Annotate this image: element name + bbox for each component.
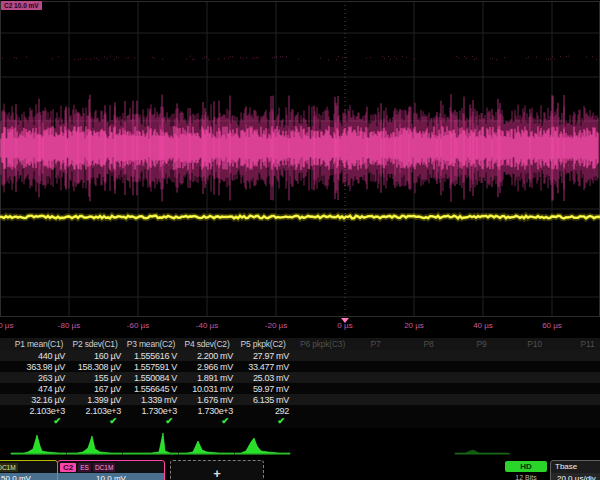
oscilloscope-screen: C2 10.0 mV -100 µs-80 µs-60 µs-40 µs-20 … bbox=[0, 0, 600, 480]
measurement-max: 59.97 mV bbox=[235, 384, 289, 394]
measurement-status-ok-icon: ✔ bbox=[123, 416, 173, 426]
time-axis-label: 60 µs bbox=[542, 321, 562, 330]
measurement-value: 440 µV bbox=[11, 351, 65, 361]
measurement-header-disabled[interactable]: P6 pkpk(C3) bbox=[296, 339, 349, 349]
measurement-mean: 363.98 µV bbox=[11, 362, 65, 372]
measurement-num: 1.730e+3 bbox=[179, 406, 233, 416]
measurement-sdev: 1.676 mV bbox=[179, 395, 233, 405]
measurement-num: 292 bbox=[235, 406, 289, 416]
timebase-descriptor[interactable]: Tbase 20.0 µs/div bbox=[550, 460, 600, 480]
c2-coupling: DC1M bbox=[93, 463, 115, 472]
measurement-value: 160 µV bbox=[67, 351, 121, 361]
status-bar: C1 DC1M 50.0 mV C2 ES DC1M 10.0 mV + HD … bbox=[0, 459, 600, 480]
time-axis-label: -20 µs bbox=[265, 321, 287, 330]
waveform-grid[interactable]: C2 10.0 mV bbox=[0, 0, 600, 318]
measurement-min: 25.03 mV bbox=[235, 373, 289, 383]
histicon-strip bbox=[0, 428, 600, 458]
time-axis-label: -40 µs bbox=[196, 321, 218, 330]
measurement-sdev: 1.339 mV bbox=[123, 395, 177, 405]
hd-badge: HD bbox=[505, 461, 547, 472]
table-row: ✔✔✔✔✔ bbox=[0, 416, 600, 428]
measurement-sdev: 32.16 µV bbox=[11, 395, 65, 405]
time-axis-label: -80 µs bbox=[58, 321, 80, 330]
waveform-plot bbox=[0, 0, 600, 318]
measurement-header-disabled[interactable]: P7 bbox=[349, 339, 402, 349]
measurement-mean: 158.308 µV bbox=[67, 362, 121, 372]
measurement-header[interactable]: P3 mean(C2) bbox=[123, 339, 179, 349]
c2-scale: 10.0 mV bbox=[58, 473, 164, 480]
tbase-scale: 20.0 µs/div bbox=[551, 473, 600, 480]
c1-scale: 50.0 mV bbox=[0, 473, 57, 480]
time-axis-label: 0 µs bbox=[337, 321, 352, 330]
table-row: 2.103e+32.103e+31.730e+31.730e+3292 bbox=[0, 405, 600, 416]
measurement-value: 27.97 mV bbox=[235, 351, 289, 361]
time-axis-label: -60 µs bbox=[127, 321, 149, 330]
hd-bits-label: 12 Bits bbox=[505, 474, 547, 480]
measurement-min: 263 µV bbox=[11, 373, 65, 383]
measurement-min: 1.550084 V bbox=[123, 373, 177, 383]
measurement-mean: 33.477 mV bbox=[235, 362, 289, 372]
measurement-max: 1.556645 V bbox=[123, 384, 177, 394]
measurement-num: 2.103e+3 bbox=[67, 406, 121, 416]
table-row: 363.98 µV158.308 µV1.557591 V2.966 mV33.… bbox=[0, 361, 600, 372]
time-axis: -100 µs-80 µs-60 µs-40 µs-20 µs0 µs20 µs… bbox=[0, 318, 600, 336]
table-row: 440 µV160 µV1.555616 V2.200 mV27.97 mV bbox=[0, 350, 600, 361]
measurement-value: 1.555616 V bbox=[123, 351, 177, 361]
measurement-status-ok-icon: ✔ bbox=[179, 416, 229, 426]
measurement-status-ok-icon: ✔ bbox=[11, 416, 61, 426]
measurement-max: 10.031 mV bbox=[179, 384, 233, 394]
c2-eres-tag: ES bbox=[78, 463, 91, 472]
measurement-value: 2.200 mV bbox=[179, 351, 233, 361]
table-row: 474 µV167 µV1.556645 V10.031 mV59.97 mV bbox=[0, 383, 600, 394]
measurement-header-disabled[interactable]: P10 bbox=[508, 339, 561, 349]
measurement-header-disabled[interactable]: P8 bbox=[402, 339, 455, 349]
c1-coupling: DC1M bbox=[0, 463, 18, 472]
tbase-label: Tbase bbox=[551, 461, 600, 473]
time-axis-label: 40 µs bbox=[473, 321, 493, 330]
measurement-max: 474 µV bbox=[11, 384, 65, 394]
table-row: 32.16 µV1.399 µV1.339 mV1.676 mV6.135 mV bbox=[0, 394, 600, 405]
measurement-max: 167 µV bbox=[67, 384, 121, 394]
table-row: 263 µV155 µV1.550084 V1.891 mV25.03 mV bbox=[0, 372, 600, 383]
measurement-header-disabled[interactable]: P11 bbox=[561, 339, 600, 349]
measurement-header[interactable]: P2 sdev(C1) bbox=[67, 339, 123, 349]
channel-descriptor-c2[interactable]: C2 ES DC1M 10.0 mV bbox=[57, 460, 165, 480]
measurement-histicons bbox=[0, 428, 600, 458]
measurement-mean: 1.557591 V bbox=[123, 362, 177, 372]
time-axis-label: 20 µs bbox=[404, 321, 424, 330]
measurement-sdev: 1.399 µV bbox=[67, 395, 121, 405]
measurement-min: 1.891 mV bbox=[179, 373, 233, 383]
add-trace-button[interactable]: + bbox=[170, 460, 264, 480]
measurement-table[interactable]: P1 mean(C1)P2 sdev(C1)P3 mean(C2)P4 sdev… bbox=[0, 336, 600, 428]
trace-label-c2[interactable]: C2 10.0 mV bbox=[1, 1, 42, 10]
time-axis-label: -100 µs bbox=[0, 321, 13, 330]
measurement-header-disabled[interactable]: P9 bbox=[455, 339, 508, 349]
measurement-min: 155 µV bbox=[67, 373, 121, 383]
measurement-header[interactable]: P1 mean(C1) bbox=[11, 339, 67, 349]
measurement-mean: 2.966 mV bbox=[179, 362, 233, 372]
hd-mode[interactable]: HD 12 Bits bbox=[505, 461, 547, 480]
measurement-num: 1.730e+3 bbox=[123, 406, 177, 416]
table-row: P1 mean(C1)P2 sdev(C1)P3 mean(C2)P4 sdev… bbox=[0, 338, 600, 350]
measurement-sdev: 6.135 mV bbox=[235, 395, 289, 405]
measurement-header[interactable]: P5 pkpk(C2) bbox=[235, 339, 291, 349]
channel-descriptor-c1[interactable]: C1 DC1M 50.0 mV bbox=[0, 460, 58, 480]
measurement-num: 2.103e+3 bbox=[11, 406, 65, 416]
measurement-status-ok-icon: ✔ bbox=[67, 416, 117, 426]
measurement-header[interactable]: P4 sdev(C2) bbox=[179, 339, 235, 349]
c2-badge: C2 bbox=[60, 463, 76, 472]
measurement-status-ok-icon: ✔ bbox=[235, 416, 285, 426]
